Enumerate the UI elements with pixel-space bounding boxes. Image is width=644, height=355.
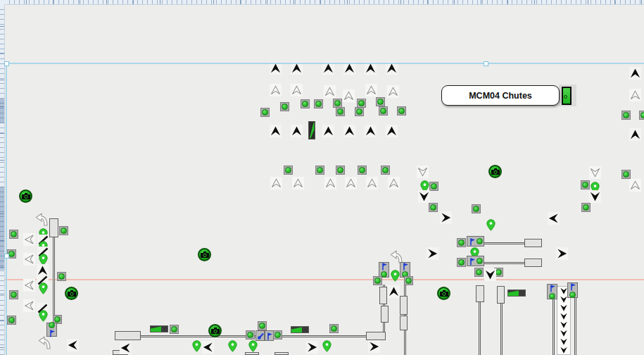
status-indicator[interactable] — [9, 290, 18, 299]
status-indicator[interactable] — [357, 99, 366, 108]
status-indicator[interactable] — [329, 324, 339, 333]
chevron-up-outline-icon[interactable] — [388, 177, 400, 189]
conveyor-segment[interactable] — [381, 306, 389, 323]
chevron-left-outline-icon[interactable] — [23, 299, 35, 312]
status-indicator[interactable] — [379, 106, 388, 116]
selection-handle[interactable] — [484, 61, 488, 66]
status-indicator[interactable] — [429, 182, 438, 191]
location-pin-icon[interactable] — [391, 270, 400, 282]
status-indicator[interactable] — [429, 203, 438, 212]
level-wedge-icon[interactable] — [291, 326, 309, 333]
conveyor-segment[interactable] — [274, 352, 289, 355]
selection-handle[interactable] — [4, 61, 9, 66]
status-indicator[interactable] — [373, 276, 382, 285]
chevron-down-icon[interactable] — [589, 190, 601, 203]
flag-status-box[interactable] — [379, 262, 389, 278]
conveyor-segment[interactable] — [366, 332, 386, 340]
status-indicator[interactable] — [260, 108, 270, 117]
location-pin-icon[interactable] — [192, 340, 201, 352]
chevron-up-outline-icon[interactable] — [629, 89, 641, 101]
chevron-up-icon[interactable] — [386, 125, 398, 137]
status-indicator[interactable] — [381, 166, 390, 175]
chevron-up-outline-icon[interactable] — [366, 177, 378, 189]
chevron-up-outline-icon[interactable] — [345, 177, 357, 189]
chevron-right-icon[interactable] — [440, 211, 452, 224]
status-indicator[interactable] — [336, 166, 345, 175]
camera-icon[interactable] — [488, 165, 502, 178]
conveyor-line[interactable] — [53, 237, 55, 323]
location-pin-icon[interactable] — [322, 340, 332, 352]
flag-status-box[interactable] — [567, 282, 578, 298]
status-indicator[interactable] — [472, 204, 481, 213]
location-pin-icon[interactable] — [486, 219, 495, 231]
conveyor-line[interactable] — [500, 304, 503, 355]
conveyor-line[interactable] — [574, 297, 576, 355]
wrench-icon[interactable] — [255, 330, 265, 341]
chevron-up-icon[interactable] — [322, 125, 334, 137]
conveyor-segment[interactable] — [524, 239, 542, 247]
chevron-left-outline-icon[interactable] — [23, 279, 35, 292]
chevron-down-outline-icon[interactable] — [589, 166, 601, 179]
status-indicator[interactable] — [336, 107, 345, 116]
conveyor-segment[interactable] — [400, 316, 408, 330]
chevron-left-icon[interactable] — [67, 339, 79, 351]
chevron-up-outline-icon[interactable] — [365, 84, 377, 96]
status-indicator[interactable] — [376, 97, 385, 106]
status-indicator[interactable] — [170, 325, 179, 334]
chevron-down-icon[interactable] — [418, 190, 430, 203]
status-indicator[interactable] — [355, 107, 364, 116]
status-indicator[interactable] — [7, 316, 16, 325]
status-indicator[interactable] — [273, 330, 282, 340]
status-indicator[interactable] — [474, 268, 484, 277]
chevron-up-outline-icon[interactable] — [270, 177, 282, 189]
conveyor-line[interactable] — [118, 335, 369, 337]
status-indicator[interactable] — [284, 166, 293, 175]
chevron-right-icon[interactable] — [306, 341, 318, 354]
chevron-up-icon[interactable] — [388, 285, 400, 298]
conveyor-segment[interactable] — [476, 285, 484, 302]
status-indicator[interactable] — [358, 166, 367, 175]
status-indicator[interactable] — [246, 330, 255, 340]
conveyor-segment[interactable] — [524, 259, 542, 267]
camera-icon[interactable] — [65, 287, 78, 300]
chevron-up-outline-icon[interactable] — [291, 84, 303, 96]
flag-status-box[interactable] — [467, 256, 484, 266]
diverter-gate-icon[interactable] — [308, 121, 315, 139]
design-canvas[interactable]: MCM04 Chutes — [0, 0, 644, 355]
chevron-right-icon[interactable] — [556, 247, 568, 260]
chevron-left-icon[interactable] — [120, 342, 132, 354]
conveyor-line[interactable] — [479, 302, 481, 355]
chevron-right-icon[interactable] — [368, 340, 380, 353]
status-indicator[interactable] — [581, 180, 590, 189]
conveyor-segment[interactable] — [379, 287, 387, 304]
camera-icon[interactable] — [198, 248, 211, 261]
conveyor-line[interactable] — [484, 262, 525, 264]
chevron-up-outline-icon[interactable] — [270, 84, 282, 96]
chevron-left-outline-icon[interactable] — [23, 233, 35, 246]
conveyor-segment[interactable] — [497, 286, 505, 304]
location-pin-icon[interactable] — [39, 282, 48, 294]
chevron-left-icon[interactable] — [202, 341, 214, 354]
status-indicator[interactable] — [59, 226, 68, 235]
location-pin-icon[interactable] — [248, 340, 258, 352]
flag-status-box[interactable] — [547, 284, 557, 299]
chevron-up-icon[interactable] — [365, 125, 377, 137]
chevron-left-icon[interactable] — [548, 212, 560, 225]
flag-status-box[interactable] — [400, 262, 410, 278]
status-indicator[interactable] — [258, 321, 267, 330]
status-flag-box[interactable] — [46, 323, 57, 337]
chevron-up-outline-icon[interactable] — [629, 179, 641, 192]
location-pin-icon[interactable] — [228, 340, 237, 352]
chevron-up-icon[interactable] — [629, 128, 641, 141]
status-indicator[interactable] — [315, 166, 324, 175]
conveyor-segment[interactable] — [49, 218, 58, 237]
status-indicator[interactable] — [314, 99, 323, 108]
conveyor-segment[interactable] — [115, 331, 141, 340]
selection-handle[interactable] — [4, 254, 9, 259]
conveyor-segment[interactable] — [245, 352, 259, 355]
status-indicator[interactable] — [397, 106, 406, 116]
status-indicator[interactable] — [280, 102, 289, 111]
status-indicator[interactable] — [457, 258, 466, 267]
chevron-down-icon[interactable] — [484, 268, 496, 281]
flag-status-box[interactable] — [467, 236, 484, 247]
